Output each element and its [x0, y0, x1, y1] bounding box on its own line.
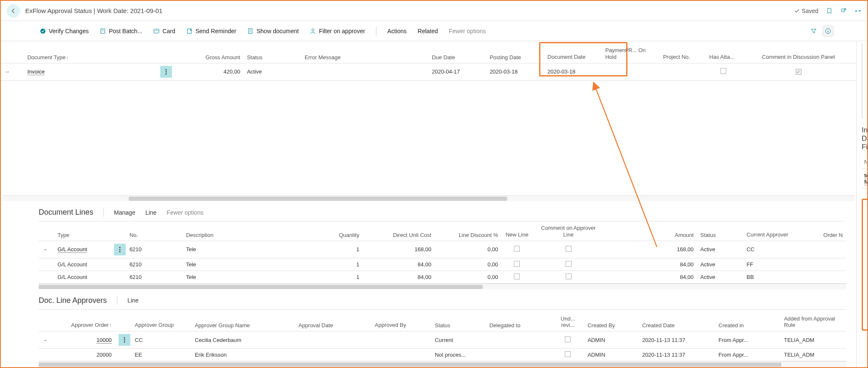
documents-hscrollbar[interactable]	[3, 195, 855, 201]
documents-row[interactable]: → Invoice 420,00 Active 2020-04-172020-0…	[1, 63, 856, 80]
col-project-no[interactable]: Project No.	[660, 41, 706, 63]
approver-row[interactable]: → 10000 CCCecilia Cederbaum Current ADMI…	[39, 331, 846, 349]
approver-order-link[interactable]: 10000	[96, 337, 111, 344]
row-more-button[interactable]	[160, 66, 172, 78]
check-icon	[794, 8, 800, 14]
doc-type-link[interactable]: Invoice	[27, 68, 45, 75]
collapse-icon[interactable]	[855, 8, 861, 14]
col-created-date[interactable]: Created Date	[639, 310, 715, 331]
card-action[interactable]: Card	[148, 25, 180, 37]
checkbox[interactable]	[566, 261, 572, 267]
action-bar: Verify Changes Post Batch... Card Send R…	[1, 21, 867, 41]
post-batch-action[interactable]: Post Batch...	[95, 25, 147, 37]
col-line-discount[interactable]: Line Discount %	[435, 221, 502, 241]
discussion-panel-highlight: Discussion Panel ADMIN 2020/11/13 11:51:…	[862, 199, 867, 331]
checkbox[interactable]	[566, 273, 572, 279]
doc-lines-line[interactable]: Line	[146, 209, 156, 216]
checkbox[interactable]	[514, 273, 520, 279]
col-document-type[interactable]: Document Type↑	[24, 41, 157, 63]
checkbox[interactable]	[796, 69, 802, 75]
col-created-in[interactable]: Created in	[715, 310, 781, 331]
col-payment-hold[interactable]: Payment/R... On Hold	[602, 41, 659, 63]
related-menu[interactable]: Related	[413, 25, 443, 37]
document-line-row[interactable]: → G/L Account 6210Tele 1168,000,00 168,0…	[39, 241, 846, 258]
col-direct-unit-cost[interactable]: Direct Unit Cost	[363, 221, 434, 241]
approver-row[interactable]: 20000 EEErik Eriksson Not proces... ADMI…	[39, 349, 846, 361]
approvers-line[interactable]: Line	[127, 297, 138, 304]
incoming-files-title[interactable]: Incoming Document Files	[862, 126, 862, 151]
line-type-link[interactable]: G/L Account	[58, 246, 87, 253]
send-reminder-action[interactable]: Send Reminder	[181, 25, 241, 37]
documents-grid: Document Type↑ Gross Amount Status Error…	[1, 41, 856, 81]
col-description[interactable]: Description	[183, 221, 316, 241]
popout-icon[interactable]	[840, 8, 847, 14]
svg-point-8	[166, 69, 167, 70]
document-lines-title: Document Lines	[39, 208, 93, 217]
incoming-files-table: Name Type telia-faktura PDF	[862, 155, 867, 189]
col-created-by[interactable]: Created By	[584, 310, 639, 331]
document-line-row[interactable]: G/L Account 6210Tele 184,000,00 84,00Act…	[39, 258, 846, 271]
checkbox[interactable]	[720, 68, 726, 74]
svg-point-11	[119, 247, 121, 248]
bookmark-icon[interactable]	[826, 8, 833, 14]
col-approved-by[interactable]: Approved By	[371, 310, 431, 331]
col-approver-group-name[interactable]: Approver Group Name	[191, 310, 295, 331]
verify-changes-action[interactable]: Verify Changes	[34, 25, 94, 37]
checkbox[interactable]	[514, 261, 520, 267]
file-name-link[interactable]: telia-faktura	[864, 172, 867, 185]
col-und-revi[interactable]: Und... revi...	[551, 310, 584, 331]
col-comment-panel[interactable]: Comment in Discussion Panel	[741, 41, 856, 63]
col-current-approver[interactable]: Current Approver	[743, 221, 800, 241]
checkbox[interactable]	[566, 246, 572, 252]
show-document-action[interactable]: Show document	[242, 25, 304, 37]
lines-hscrollbar[interactable]	[39, 284, 846, 289]
col-has-atta[interactable]: Has Atta...	[706, 41, 741, 63]
filter-approver-action[interactable]: Filter on approver	[304, 25, 370, 37]
checkbox[interactable]	[565, 351, 571, 357]
info-icon[interactable]	[823, 26, 834, 37]
svg-point-10	[166, 73, 167, 74]
approvers-hscrollbar[interactable]	[39, 361, 846, 367]
col-comment-approver[interactable]: Comment on Approver Line	[532, 221, 604, 241]
col-line-status[interactable]: Status	[697, 221, 743, 241]
preview-scrollbar[interactable]	[862, 43, 862, 118]
document-line-row[interactable]: G/L Account 6210Tele 184,000,00 84,00Act…	[39, 271, 846, 283]
col-error-message[interactable]: Error Message	[302, 41, 429, 63]
actions-menu[interactable]: Actions	[382, 25, 412, 37]
doc-lines-fewer[interactable]: Fewer options	[167, 209, 204, 216]
separator	[376, 26, 376, 36]
col-due-date[interactable]: Due Date	[429, 41, 486, 63]
saved-label: Saved	[802, 8, 818, 14]
col-approver-order[interactable]: Approver Order↑	[55, 310, 115, 331]
col-approval-date[interactable]: Approval Date	[295, 310, 372, 331]
checkbox[interactable]	[565, 336, 571, 342]
col-status[interactable]: Status	[243, 41, 301, 63]
col-document-date[interactable]: Document Date	[544, 41, 602, 63]
file-row[interactable]: telia-faktura PDF	[862, 169, 867, 189]
svg-rect-2	[154, 29, 159, 33]
col-new-line[interactable]: New Line	[502, 221, 532, 241]
col-approver-status[interactable]: Status	[431, 310, 486, 331]
row-more-button[interactable]	[119, 334, 130, 346]
col-amount[interactable]: Amount	[604, 221, 697, 241]
factbox-pane: bankgirot INBETALNING/GIRERING AVI OCR M…	[856, 41, 867, 367]
svg-point-0	[40, 29, 45, 34]
col-delegated-to[interactable]: Delegated to	[486, 310, 552, 331]
document-preview[interactable]: bankgirot INBETALNING/GIRERING AVI OCR M…	[862, 43, 863, 118]
col-gross-amount[interactable]: Gross Amount	[174, 41, 243, 63]
col-type[interactable]: Type	[54, 221, 111, 241]
fewer-options[interactable]: Fewer options	[444, 25, 491, 37]
col-posting-date[interactable]: Posting Date	[486, 41, 544, 63]
back-button[interactable]	[7, 4, 20, 18]
col-order-n[interactable]: Order N	[800, 221, 846, 241]
doc-lines-manage[interactable]: Manage	[114, 209, 135, 216]
col-added-from-rule[interactable]: Added from Approval Rule	[781, 310, 846, 331]
row-more-button[interactable]	[114, 244, 126, 255]
checkbox[interactable]	[514, 246, 520, 252]
svg-point-15	[124, 339, 125, 341]
col-no[interactable]: No.	[126, 221, 183, 241]
filter-icon[interactable]	[808, 26, 819, 37]
col-quantity[interactable]: Quantity	[316, 221, 363, 241]
files-col-name[interactable]: Name	[862, 155, 867, 169]
col-approver-group[interactable]: Approver Group	[132, 310, 192, 331]
